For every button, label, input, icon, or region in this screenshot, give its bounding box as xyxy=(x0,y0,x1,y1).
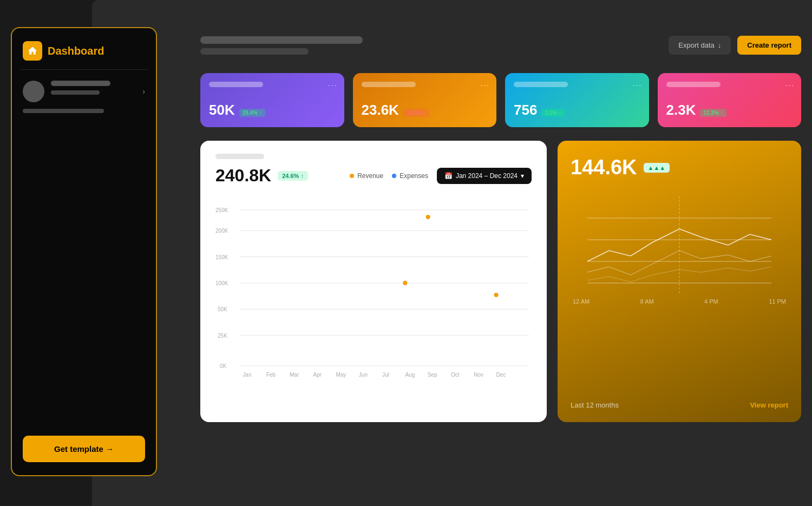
x-label-jul: Jul xyxy=(382,372,389,378)
x-label-mar: Mar xyxy=(290,372,299,378)
legend-dot-revenue xyxy=(350,174,354,178)
user-sub-placeholder xyxy=(23,109,104,113)
right-panel-main-value: 144.6K xyxy=(571,156,637,179)
time-label-8am: 8 AM xyxy=(640,298,654,305)
chart-svg: 250K 200K 150K 100K 50K 25K 0K Jan Feb M… xyxy=(215,194,532,389)
right-panel: 144.6K ▲▲▲ 12 AM 8 AM 4 PM 11 PM Last 12… xyxy=(558,141,801,422)
period-label: Last 12 months xyxy=(571,401,619,409)
metric-value-2: 23.6K xyxy=(362,102,399,119)
time-label-12am: 12 AM xyxy=(573,298,590,305)
top-bar: Export data ↓ Create report xyxy=(200,27,801,63)
metric-badge-1: 29.4% ↑ xyxy=(239,109,265,117)
card-label-bar-2 xyxy=(362,82,416,87)
card-menu-icon-2[interactable]: ··· xyxy=(480,81,490,89)
chart-legend: Revenue Expenses 📅 Jan 2024 – Dec 2024 ▾ xyxy=(350,168,532,184)
right-panel-footer: Last 12 months View report xyxy=(571,401,788,409)
main-chart: 240.8K 24.6% ↑ Revenue Expenses 📅 Jan 20… xyxy=(200,141,547,422)
create-report-button[interactable]: Create report xyxy=(737,36,801,55)
x-label-may: May xyxy=(336,372,346,378)
revenue-dot-dec xyxy=(494,293,499,297)
chart-badge: 24.6% ↑ xyxy=(278,171,308,181)
right-panel-badge: ▲▲▲ xyxy=(644,163,670,173)
download-icon: ↓ xyxy=(718,41,722,49)
revenue-dot-aug xyxy=(403,281,407,285)
x-label-apr: Apr xyxy=(313,372,322,378)
y-label-100k: 100K xyxy=(215,280,228,286)
x-label-nov: Nov xyxy=(474,372,483,378)
page-title-placeholder xyxy=(200,36,363,44)
y-label-50k: 50K xyxy=(218,306,227,312)
top-bar-actions: Export data ↓ Create report xyxy=(669,36,801,55)
sidebar-logo xyxy=(23,41,42,61)
time-label-11pm: 11 PM xyxy=(769,298,786,305)
metric-badge-2: 12.6% ↓ xyxy=(403,109,429,117)
avatar xyxy=(23,81,44,102)
metric-value-3: 756 xyxy=(514,102,537,119)
chevron-down-icon: ▾ xyxy=(521,172,524,180)
right-panel-value: 144.6K ▲▲▲ xyxy=(571,156,788,179)
legend-revenue-label: Revenue xyxy=(357,172,383,180)
right-panel-time-labels: 12 AM 8 AM 4 PM 11 PM xyxy=(571,298,788,305)
sidebar: Dashboard › Get template → xyxy=(11,27,157,476)
y-label-250k: 250K xyxy=(215,207,228,213)
mini-wave-1 xyxy=(587,229,771,261)
metric-card-1: ··· 50K 29.4% ↑ xyxy=(200,73,344,127)
chart-title-row: 240.8K 24.6% ↑ Revenue Expenses 📅 Jan 20… xyxy=(215,166,532,186)
sidebar-title: Dashboard xyxy=(48,45,104,57)
metric-card-3: ··· 756 3.1% ↑ xyxy=(505,73,649,127)
right-panel-chart xyxy=(571,196,788,294)
x-label-sep: Sep xyxy=(428,372,437,378)
x-label-feb: Feb xyxy=(266,372,276,378)
revenue-dot-sep xyxy=(426,215,430,219)
chart-main-value: 240.8K xyxy=(215,166,271,186)
legend-dot-expenses xyxy=(392,174,396,178)
export-data-button[interactable]: Export data ↓ xyxy=(669,36,731,55)
card-menu-icon-1[interactable]: ··· xyxy=(328,81,338,89)
chart-subtitle-bar xyxy=(215,154,264,159)
y-label-200k: 200K xyxy=(215,228,228,234)
metric-cards-row: ··· 50K 29.4% ↑ ··· 23.6K 12.6% ↓ ··· 75… xyxy=(200,73,801,127)
chevron-right-icon: › xyxy=(142,87,145,96)
metric-value-4: 2.3K xyxy=(666,102,696,119)
card-label-bar-4 xyxy=(666,82,721,87)
sidebar-header: Dashboard xyxy=(12,28,156,69)
metric-badge-3: 3.1% ↑ xyxy=(541,109,565,117)
date-range-label: Jan 2024 – Dec 2024 xyxy=(456,172,518,180)
y-label-150k: 150K xyxy=(215,254,228,260)
metric-card-4: ··· 2.3K 11.3% ↑ xyxy=(658,73,802,127)
card-menu-icon-3[interactable]: ··· xyxy=(633,81,643,89)
y-label-25k: 25K xyxy=(218,333,227,339)
right-panel-svg xyxy=(571,196,788,294)
metric-value-1: 50K xyxy=(209,102,235,119)
card-label-bar-3 xyxy=(514,82,568,87)
time-label-4pm: 4 PM xyxy=(704,298,718,305)
legend-expenses-label: Expenses xyxy=(400,172,428,180)
page-title-area xyxy=(200,36,363,55)
metric-card-2: ··· 23.6K 12.6% ↓ xyxy=(353,73,497,127)
view-report-button[interactable]: View report xyxy=(750,401,788,409)
page-subtitle-placeholder xyxy=(200,48,309,55)
x-label-oct: Oct xyxy=(451,372,460,378)
calendar-icon: 📅 xyxy=(444,172,453,180)
user-name-placeholder xyxy=(51,81,110,86)
user-role-placeholder xyxy=(51,90,100,95)
sidebar-user: › xyxy=(12,70,156,109)
get-template-button[interactable]: Get template → xyxy=(23,436,145,462)
legend-revenue: Revenue xyxy=(350,172,383,180)
date-range-button[interactable]: 📅 Jan 2024 – Dec 2024 ▾ xyxy=(437,168,532,184)
card-label-bar-1 xyxy=(209,82,263,87)
x-label-jun: Jun xyxy=(359,372,368,378)
metric-badge-4: 11.3% ↑ xyxy=(700,109,726,117)
x-label-jan: Jan xyxy=(243,372,251,378)
x-label-dec: Dec xyxy=(496,372,506,378)
user-info xyxy=(51,81,136,95)
y-label-0k: 0K xyxy=(220,363,227,369)
card-menu-icon-4[interactable]: ··· xyxy=(785,81,795,89)
legend-expenses: Expenses xyxy=(392,172,428,180)
x-label-aug: Aug xyxy=(405,372,415,378)
